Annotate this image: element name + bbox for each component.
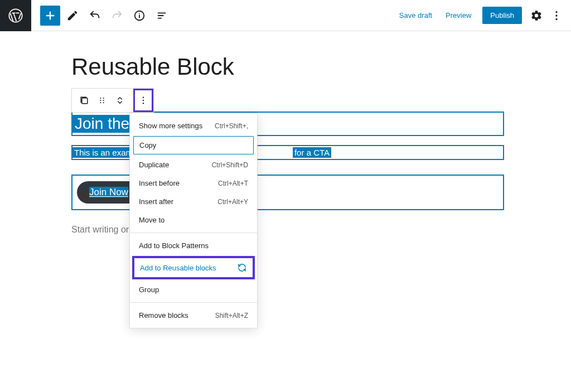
svg-point-11	[103, 102, 104, 103]
redo-icon	[107, 6, 127, 26]
svg-point-7	[103, 98, 104, 99]
undo-icon[interactable]	[85, 6, 105, 26]
refresh-icon	[237, 263, 247, 273]
wordpress-logo-icon[interactable]	[0, 0, 31, 31]
menu-item-duplicate[interactable]: Duplicate Ctrl+Shift+D	[130, 156, 257, 174]
svg-point-6	[100, 98, 101, 99]
save-draft-button[interactable]: Save draft	[393, 7, 439, 24]
heading-text[interactable]: Join the	[72, 115, 132, 133]
more-options-icon[interactable]	[546, 6, 567, 26]
svg-point-2	[555, 11, 557, 12]
block-more-options-button[interactable]	[133, 89, 153, 112]
svg-point-10	[100, 102, 101, 103]
add-block-button[interactable]	[40, 6, 60, 26]
menu-item-insert-before[interactable]: Insert before Ctrl+Alt+T	[130, 174, 257, 192]
menu-item-move-to[interactable]: Move to	[130, 211, 257, 229]
move-up-down-icon[interactable]	[111, 90, 129, 110]
svg-point-13	[143, 100, 144, 101]
post-title[interactable]: Reusable Block	[71, 54, 504, 80]
block-options-dropdown: Show more settings Ctrl+Shift+, Copy Dup…	[129, 113, 258, 328]
menu-item-add-to-reusable[interactable]: Add to Reusable blocks	[132, 256, 255, 279]
svg-point-4	[555, 18, 557, 20]
menu-item-add-to-patterns[interactable]: Add to Block Patterns	[130, 236, 257, 255]
editor-canvas: Reusable Block Join the This is an exam …	[71, 31, 504, 235]
block-type-icon[interactable]	[75, 90, 93, 110]
info-icon[interactable]	[129, 6, 149, 26]
svg-point-8	[100, 100, 101, 101]
list-view-icon[interactable]	[152, 6, 172, 26]
menu-item-insert-after[interactable]: Insert after Ctrl+Alt+Y	[130, 192, 257, 211]
svg-point-14	[143, 103, 144, 104]
preview-button[interactable]: Preview	[439, 7, 478, 24]
menu-item-remove-blocks[interactable]: Remove blocks Shift+Alt+Z	[130, 306, 257, 325]
svg-point-12	[143, 97, 144, 98]
paragraph-text-right[interactable]: for a CTA	[293, 147, 331, 158]
svg-rect-5	[82, 98, 88, 104]
paragraph-text-left[interactable]: This is an exam	[72, 147, 134, 158]
svg-point-3	[555, 14, 557, 16]
drag-handle-icon[interactable]	[93, 90, 111, 110]
block-toolbar	[71, 88, 154, 113]
menu-item-group[interactable]: Group	[130, 280, 257, 299]
cta-button-label: Join Now	[89, 187, 128, 197]
edit-mode-icon[interactable]	[62, 6, 83, 26]
top-toolbar: Save draft Preview Publish	[0, 0, 571, 31]
settings-icon[interactable]	[526, 6, 546, 26]
menu-item-copy[interactable]: Copy	[133, 136, 254, 154]
publish-button[interactable]: Publish	[482, 7, 522, 24]
menu-item-show-more-settings[interactable]: Show more settings Ctrl+Shift+,	[130, 117, 257, 135]
svg-point-9	[103, 100, 104, 101]
